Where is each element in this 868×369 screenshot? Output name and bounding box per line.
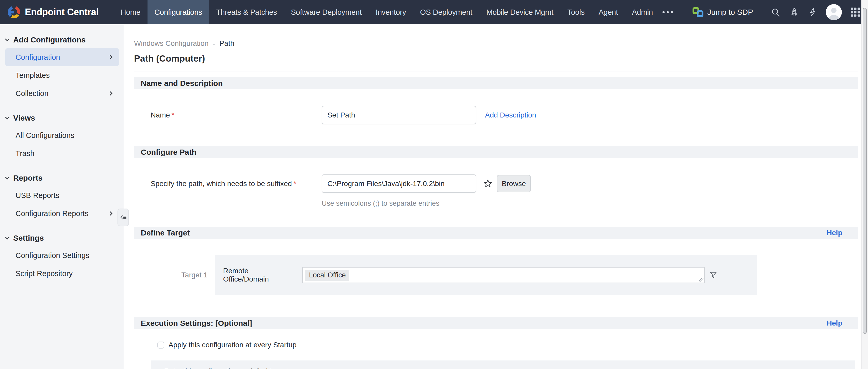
sidebar-section-views: Views All Configurations Trash	[0, 110, 124, 162]
brand-logo[interactable]: Endpoint Central	[8, 0, 99, 24]
sidebar-item-configuration-reports[interactable]: Configuration Reports	[5, 205, 119, 222]
sidebar-section-title: Views	[13, 114, 35, 122]
whats-new-rocket-icon[interactable]	[789, 7, 799, 17]
label-text: Specify the path, which needs to be suff…	[151, 180, 292, 188]
chevron-right-icon	[108, 211, 113, 216]
target-1-label: Target 1	[134, 271, 215, 279]
scrollbar-track[interactable]	[861, 0, 868, 369]
nav-item-threats-patches[interactable]: Threats & Patches	[209, 0, 284, 24]
primary-nav: Home Configurations Threats & Patches So…	[114, 0, 676, 24]
apply-at-startup-checkbox[interactable]	[157, 342, 164, 348]
sidebar-item-label: Trash	[16, 149, 34, 158]
sidebar-item-usb-reports[interactable]: USB Reports	[5, 186, 119, 205]
page-title: Path (Computer)	[134, 53, 858, 64]
sidebar-collapse-button[interactable]	[118, 209, 129, 226]
nav-item-home[interactable]: Home	[114, 0, 148, 24]
navbar-right-cluster: Jump to SDP	[692, 0, 860, 24]
sidebar-item-script-repository[interactable]: Script Repository	[5, 265, 119, 283]
sidebar-section-header-views[interactable]: Views	[0, 110, 124, 126]
section-title: Name and Description	[141, 79, 223, 88]
sidebar-item-configuration[interactable]: Configuration	[5, 48, 119, 66]
apps-grid-icon[interactable]	[850, 7, 860, 17]
chevron-down-icon	[5, 115, 9, 120]
resize-grip-icon[interactable]	[699, 278, 704, 282]
nav-item-tools[interactable]: Tools	[560, 0, 592, 24]
sidebar-item-label: Collection	[16, 89, 49, 98]
user-avatar[interactable]	[826, 4, 842, 20]
chevron-right-icon	[108, 55, 113, 60]
sidebar-section-settings: Settings Configuration Settings Script R…	[0, 230, 124, 283]
top-navbar: Endpoint Central Home Configurations Thr…	[0, 0, 868, 24]
sidebar-item-label: Templates	[16, 71, 50, 80]
apply-at-startup-label: Apply this configuration at every Startu…	[168, 341, 297, 349]
execution-settings-help-link[interactable]: Help	[827, 319, 842, 327]
section-title: Execution Settings: [Optional]	[141, 319, 252, 328]
sidebar-item-templates[interactable]: Templates	[5, 66, 119, 84]
sidebar-item-label: Configuration Reports	[16, 209, 89, 218]
section-title: Define Target	[141, 228, 190, 237]
nav-item-admin[interactable]: Admin	[625, 0, 660, 24]
nav-item-agent[interactable]: Agent	[592, 0, 625, 24]
required-asterisk: *	[172, 111, 175, 119]
quick-actions-bolt-icon[interactable]	[808, 7, 817, 17]
sidebar-section-header-settings[interactable]: Settings	[0, 230, 124, 246]
scrollbar-thumb[interactable]	[863, 8, 867, 334]
label-text: Name	[151, 111, 170, 119]
sidebar-item-label: Configuration	[16, 53, 60, 62]
chevron-down-icon	[5, 175, 9, 180]
add-description-link[interactable]: Add Description	[485, 111, 536, 119]
sidebar-section-header-add-configurations[interactable]: Add Configurations	[0, 32, 124, 48]
breadcrumb-current: Path	[219, 39, 235, 48]
nav-item-configurations[interactable]: Configurations	[148, 0, 209, 24]
section-header-configure-path: Configure Path	[134, 146, 858, 158]
nav-item-os-deployment[interactable]: OS Deployment	[413, 0, 479, 24]
sdp-logo-icon	[692, 7, 704, 18]
path-row: Specify the path, which needs to be suff…	[134, 158, 858, 193]
retry-on-failed-label: Retry this configuration on failed targe…	[164, 367, 292, 369]
nav-item-mobile-device-mgmt[interactable]: Mobile Device Mgmt	[479, 0, 560, 24]
sidebar-item-label: All Configurations	[16, 131, 74, 140]
title-divider	[134, 71, 858, 71]
filter-funnel-icon[interactable]	[709, 271, 718, 279]
name-input[interactable]	[322, 106, 476, 124]
sidebar-item-configuration-settings[interactable]: Configuration Settings	[5, 246, 119, 265]
path-field-label: Specify the path, which needs to be suff…	[134, 180, 322, 188]
breadcrumb: Windows Configuration Path	[134, 39, 858, 48]
remote-office-select[interactable]: Local Office	[302, 267, 705, 283]
startup-checkbox-row: Apply this configuration at every Startu…	[157, 341, 858, 349]
section-header-define-target: Define Target Help	[134, 227, 858, 239]
sidebar-section-title: Settings	[13, 234, 44, 243]
jump-to-sdp-button[interactable]: Jump to SDP	[692, 7, 753, 18]
define-target-help-link[interactable]: Help	[827, 229, 842, 237]
sidebar: Add Configurations Configuration Templat…	[0, 24, 124, 369]
section-header-execution-settings: Execution Settings: [Optional] Help	[134, 317, 858, 329]
endpoint-central-logo-icon	[8, 6, 20, 19]
name-row: Name* Add Description	[134, 89, 858, 140]
path-input[interactable]	[322, 175, 476, 193]
configure-path-block: Specify the path, which needs to be suff…	[134, 158, 858, 221]
nav-item-inventory[interactable]: Inventory	[369, 0, 413, 24]
browse-button[interactable]: Browse	[497, 175, 531, 192]
nav-item-software-deployment[interactable]: Software Deployment	[284, 0, 369, 24]
sidebar-section-header-reports[interactable]: Reports	[0, 170, 124, 186]
chevron-down-icon	[5, 37, 9, 41]
sidebar-section-title: Reports	[13, 174, 42, 182]
sidebar-item-all-configurations[interactable]: All Configurations	[5, 126, 119, 144]
selected-target-chip[interactable]: Local Office	[305, 270, 349, 281]
sidebar-item-trash[interactable]: Trash	[5, 144, 119, 162]
breadcrumb-windows-configuration[interactable]: Windows Configuration	[134, 39, 209, 48]
required-asterisk: *	[293, 180, 296, 188]
sidebar-section-add-configurations: Add Configurations Configuration Templat…	[0, 32, 124, 102]
star-icon[interactable]	[483, 179, 493, 189]
more-menu-ellipsis-icon[interactable]	[660, 0, 676, 24]
sidebar-item-label: Script Repository	[16, 269, 73, 278]
sidebar-item-collection[interactable]: Collection	[5, 84, 119, 102]
path-helper-text: Use semicolons (;) to separate entries	[322, 199, 858, 208]
search-icon[interactable]	[771, 7, 780, 17]
main-content: Windows Configuration Path Path (Compute…	[124, 24, 868, 369]
remote-office-domain-label: Remote Office/Domain	[223, 267, 295, 283]
brand-name: Endpoint Central	[25, 7, 99, 18]
sidebar-section-reports: Reports USB Reports Configuration Report…	[0, 170, 124, 222]
target-block: Target 1 Remote Office/Domain Local Offi…	[134, 239, 858, 311]
chevron-right-icon	[108, 91, 113, 96]
